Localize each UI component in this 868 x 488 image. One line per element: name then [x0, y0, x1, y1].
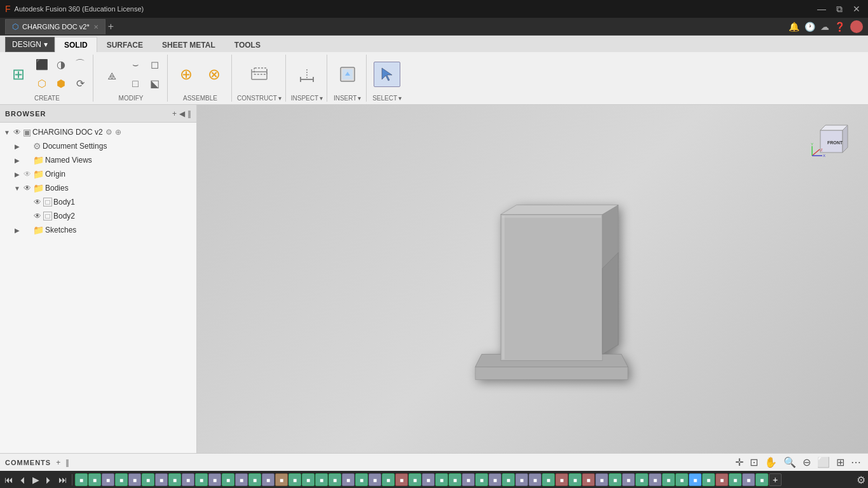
tl-icon-7[interactable]: ■: [155, 473, 168, 486]
grid-button[interactable]: ⊞: [834, 456, 846, 468]
tl-icon-38[interactable]: ■: [569, 473, 581, 486]
viewport[interactable]: FRONT Z X Y: [197, 105, 868, 453]
tree-eye-root[interactable]: 👁: [11, 128, 23, 137]
more-button[interactable]: ⋯: [849, 456, 863, 468]
tl-icon-33[interactable]: ■: [502, 473, 515, 486]
tl-icon-29[interactable]: ■: [449, 473, 461, 486]
tl-icon-14[interactable]: ■: [248, 473, 261, 486]
tl-icon-34[interactable]: ■: [515, 473, 528, 486]
tl-icon-16[interactable]: ■: [275, 473, 288, 486]
browser-panel-toggle[interactable]: ‖: [187, 109, 191, 118]
tl-icon-8[interactable]: ■: [168, 473, 181, 486]
tl-icon-15[interactable]: ■: [262, 473, 275, 486]
tab-tools[interactable]: TOOLS: [225, 37, 270, 52]
tl-icon-51[interactable]: ■: [742, 473, 755, 486]
tl-icon-17[interactable]: ■: [288, 473, 301, 486]
tl-icon-25[interactable]: ■: [395, 473, 408, 486]
tree-eye-origin[interactable]: 👁: [22, 170, 33, 179]
profile-icon[interactable]: [850, 20, 863, 33]
minimize-button[interactable]: —: [815, 4, 829, 15]
timeline-prev-button[interactable]: ⏴: [17, 475, 29, 485]
timeline-next-button[interactable]: ⏵: [43, 475, 55, 485]
select-button[interactable]: [374, 62, 400, 87]
design-dropdown-button[interactable]: DESIGN ▾: [5, 37, 55, 52]
document-tab[interactable]: ⬡ CHARGING DOC v2* ✕: [5, 19, 105, 34]
tl-icon-46[interactable]: ■: [675, 473, 688, 486]
tree-item-origin[interactable]: ▶ 👁 📁 Origin: [10, 167, 196, 181]
display-mode-button[interactable]: ⬜: [815, 456, 832, 468]
tab-solid[interactable]: SOLID: [55, 37, 97, 52]
as-built-joint-button[interactable]: ⊗: [201, 62, 227, 87]
timeline-skip-start-button[interactable]: ⏮: [3, 475, 15, 485]
help-icon[interactable]: ❓: [834, 22, 845, 32]
chamfer-button[interactable]: ◻: [146, 56, 163, 74]
tab-surface[interactable]: SURFACE: [97, 37, 153, 52]
tab-close-icon[interactable]: ✕: [93, 24, 98, 30]
zoom-in-button[interactable]: 🔍: [782, 456, 798, 468]
tl-icon-19[interactable]: ■: [315, 473, 328, 486]
tl-icon-4[interactable]: ■: [115, 473, 128, 486]
tl-icon-22[interactable]: ■: [355, 473, 368, 486]
sweep-button[interactable]: ⌒: [71, 56, 89, 74]
extrude-button[interactable]: ⬛: [33, 56, 51, 74]
tl-icon-9[interactable]: ■: [182, 473, 194, 486]
tl-icon-52[interactable]: ■: [756, 473, 768, 486]
tree-settings-root[interactable]: ⚙: [105, 128, 112, 137]
tree-eye-body2[interactable]: 👁: [32, 212, 43, 220]
timeline-play-button[interactable]: ▶: [31, 475, 41, 485]
tl-icon-20[interactable]: ■: [329, 473, 341, 486]
tl-icon-add[interactable]: +: [769, 473, 782, 486]
tree-item-doc-settings[interactable]: ▶ ○ ⚙ Document Settings: [10, 139, 196, 153]
rib-button[interactable]: ⬢: [52, 75, 70, 93]
web-button[interactable]: ⟳: [71, 75, 89, 93]
measure-button[interactable]: [294, 62, 320, 87]
tl-icon-31[interactable]: ■: [475, 473, 488, 486]
tl-icon-3[interactable]: ■: [102, 473, 114, 486]
add-tab-button[interactable]: +: [108, 21, 114, 32]
tl-icon-5[interactable]: ■: [128, 473, 141, 486]
tl-icon-35[interactable]: ■: [529, 473, 541, 486]
notification-icon[interactable]: 🔔: [789, 22, 799, 32]
hand-tool-button[interactable]: ✋: [763, 456, 779, 468]
timeline-settings-button[interactable]: ⚙: [857, 474, 865, 486]
tree-expand-root[interactable]: ⊕: [115, 128, 121, 137]
tl-icon-28[interactable]: ■: [435, 473, 448, 486]
tl-icon-37[interactable]: ■: [555, 473, 568, 486]
tl-icon-36[interactable]: ■: [542, 473, 555, 486]
browser-collapse-icon[interactable]: ◀: [179, 109, 185, 118]
tl-icon-30[interactable]: ■: [462, 473, 475, 486]
tree-item-named-views[interactable]: ▶ ○ 📁 Named Views: [10, 153, 196, 167]
tree-eye-bodies[interactable]: 👁: [22, 184, 33, 193]
tl-icon-39[interactable]: ■: [582, 473, 595, 486]
tl-icon-26[interactable]: ■: [409, 473, 421, 486]
fillet-button[interactable]: ⌣: [126, 56, 144, 74]
tl-icon-47[interactable]: ■: [689, 473, 702, 486]
tl-icon-24[interactable]: ■: [382, 473, 395, 486]
insert-canvas-button[interactable]: [334, 62, 361, 87]
restore-button[interactable]: ⧉: [834, 4, 845, 15]
comments-add-icon[interactable]: +: [56, 458, 60, 467]
tl-icon-18[interactable]: ■: [302, 473, 315, 486]
tree-item-root[interactable]: ▼ 👁 ▣ CHARGING DOC v2 ⚙ ⊕: [0, 125, 196, 139]
tl-icon-27[interactable]: ■: [422, 473, 435, 486]
tree-eye-body1[interactable]: 👁: [32, 198, 43, 207]
tl-icon-48[interactable]: ■: [702, 473, 715, 486]
zoom-out-button[interactable]: ⊖: [801, 456, 813, 468]
loft-button[interactable]: ⬡: [33, 75, 51, 93]
tl-icon-49[interactable]: ■: [715, 473, 728, 486]
close-button[interactable]: ✕: [850, 4, 863, 15]
browser-add-icon[interactable]: +: [172, 109, 177, 118]
tl-icon-32[interactable]: ■: [489, 473, 501, 486]
tree-item-bodies[interactable]: ▼ 👁 📁 Bodies: [10, 181, 196, 195]
timeline-skip-end-button[interactable]: ⏭: [57, 475, 69, 485]
new-component-button[interactable]: ⊞: [5, 62, 32, 87]
history-icon[interactable]: 🕐: [804, 22, 815, 32]
tl-icon-41[interactable]: ■: [609, 473, 621, 486]
tab-sheet-metal[interactable]: SHEET METAL: [153, 37, 225, 52]
draft-button[interactable]: ⬕: [146, 75, 163, 93]
revolve-button[interactable]: ◑: [52, 56, 70, 74]
comments-panel-toggle[interactable]: ‖: [65, 458, 69, 467]
tl-icon-23[interactable]: ■: [369, 473, 381, 486]
tl-icon-12[interactable]: ■: [222, 473, 234, 486]
tl-icon-10[interactable]: ■: [195, 473, 208, 486]
